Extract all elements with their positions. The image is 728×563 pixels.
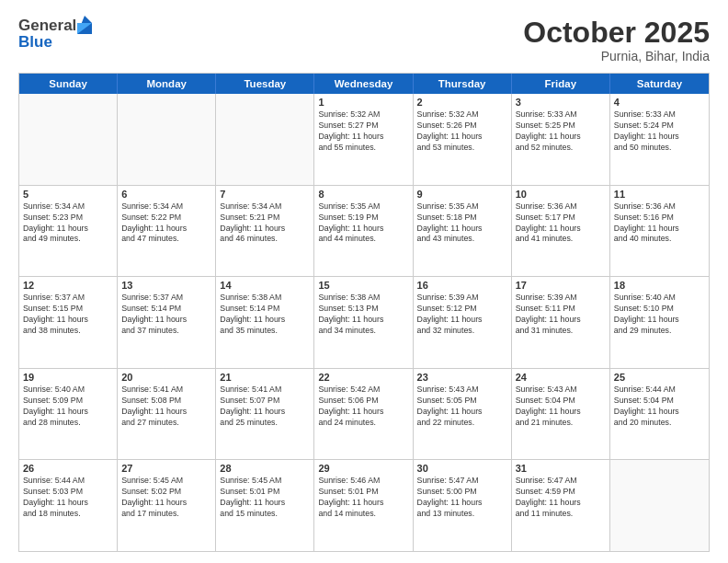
location-subtitle: Purnia, Bihar, India: [523, 49, 710, 63]
day-cell-4: 4Sunrise: 5:33 AM Sunset: 5:24 PM Daylig…: [610, 94, 709, 185]
day-number: 12: [23, 280, 113, 291]
day-number: 14: [220, 280, 310, 291]
day-cell-30: 30Sunrise: 5:47 AM Sunset: 5:00 PM Dayli…: [414, 460, 512, 551]
page: General Blue October 2025 Purnia, Bihar,…: [0, 0, 728, 563]
calendar: SundayMondayTuesdayWednesdayThursdayFrid…: [18, 73, 710, 552]
day-number: 28: [220, 463, 310, 474]
day-number: 8: [318, 189, 408, 200]
day-cell-20: 20Sunrise: 5:41 AM Sunset: 5:08 PM Dayli…: [118, 369, 216, 460]
day-cell-26: 26Sunrise: 5:44 AM Sunset: 5:03 PM Dayli…: [19, 460, 118, 551]
day-number: 18: [614, 280, 705, 291]
day-number: 3: [516, 97, 606, 108]
day-cell-5: 5Sunrise: 5:34 AM Sunset: 5:23 PM Daylig…: [19, 186, 118, 277]
day-cell-15: 15Sunrise: 5:38 AM Sunset: 5:13 PM Dayli…: [314, 277, 413, 368]
day-number: 21: [220, 372, 310, 383]
day-info: Sunrise: 5:43 AM Sunset: 5:04 PM Dayligh…: [516, 385, 606, 429]
header-day-saturday: Saturday: [610, 74, 709, 94]
header-day-sunday: Sunday: [19, 74, 118, 94]
day-cell-17: 17Sunrise: 5:39 AM Sunset: 5:11 PM Dayli…: [512, 277, 610, 368]
day-number: 11: [614, 189, 705, 200]
week-row-1: 1Sunrise: 5:32 AM Sunset: 5:27 PM Daylig…: [19, 94, 709, 186]
empty-cell: [216, 94, 314, 185]
empty-cell: [118, 94, 216, 185]
day-cell-12: 12Sunrise: 5:37 AM Sunset: 5:15 PM Dayli…: [19, 277, 118, 368]
day-info: Sunrise: 5:41 AM Sunset: 5:08 PM Dayligh…: [121, 385, 211, 429]
day-number: 31: [516, 463, 606, 474]
day-info: Sunrise: 5:44 AM Sunset: 5:03 PM Dayligh…: [23, 476, 113, 520]
day-cell-24: 24Sunrise: 5:43 AM Sunset: 5:04 PM Dayli…: [512, 369, 610, 460]
title-block: October 2025 Purnia, Bihar, India: [523, 17, 710, 63]
day-info: Sunrise: 5:33 AM Sunset: 5:25 PM Dayligh…: [516, 109, 606, 154]
day-info: Sunrise: 5:45 AM Sunset: 5:02 PM Dayligh…: [121, 476, 211, 520]
day-number: 22: [318, 372, 408, 383]
day-number: 23: [417, 372, 507, 383]
header-day-monday: Monday: [118, 74, 216, 94]
day-info: Sunrise: 5:42 AM Sunset: 5:06 PM Dayligh…: [318, 385, 408, 429]
day-number: 10: [516, 189, 606, 200]
day-number: 2: [417, 97, 507, 108]
day-info: Sunrise: 5:32 AM Sunset: 5:27 PM Dayligh…: [318, 109, 408, 154]
day-info: Sunrise: 5:46 AM Sunset: 5:01 PM Dayligh…: [318, 476, 408, 520]
empty-cell: [610, 460, 709, 551]
month-title: October 2025: [523, 17, 710, 49]
day-info: Sunrise: 5:35 AM Sunset: 5:19 PM Dayligh…: [318, 201, 408, 246]
day-number: 4: [614, 97, 705, 108]
week-row-4: 19Sunrise: 5:40 AM Sunset: 5:09 PM Dayli…: [19, 369, 709, 461]
day-info: Sunrise: 5:32 AM Sunset: 5:26 PM Dayligh…: [417, 109, 507, 154]
day-cell-22: 22Sunrise: 5:42 AM Sunset: 5:06 PM Dayli…: [314, 369, 413, 460]
day-info: Sunrise: 5:47 AM Sunset: 4:59 PM Dayligh…: [516, 476, 606, 520]
day-cell-1: 1Sunrise: 5:32 AM Sunset: 5:27 PM Daylig…: [314, 94, 413, 185]
day-cell-7: 7Sunrise: 5:34 AM Sunset: 5:21 PM Daylig…: [216, 186, 314, 277]
day-cell-28: 28Sunrise: 5:45 AM Sunset: 5:01 PM Dayli…: [216, 460, 314, 551]
day-info: Sunrise: 5:39 AM Sunset: 5:11 PM Dayligh…: [516, 293, 606, 337]
day-info: Sunrise: 5:38 AM Sunset: 5:14 PM Dayligh…: [220, 293, 310, 337]
day-info: Sunrise: 5:44 AM Sunset: 5:04 PM Dayligh…: [614, 385, 705, 429]
header-day-thursday: Thursday: [414, 74, 512, 94]
day-cell-13: 13Sunrise: 5:37 AM Sunset: 5:14 PM Dayli…: [118, 277, 216, 368]
day-info: Sunrise: 5:39 AM Sunset: 5:12 PM Dayligh…: [417, 293, 507, 337]
day-cell-6: 6Sunrise: 5:34 AM Sunset: 5:22 PM Daylig…: [118, 186, 216, 277]
day-cell-3: 3Sunrise: 5:33 AM Sunset: 5:25 PM Daylig…: [512, 94, 610, 185]
day-number: 26: [23, 463, 113, 474]
day-cell-10: 10Sunrise: 5:36 AM Sunset: 5:17 PM Dayli…: [512, 186, 610, 277]
day-number: 17: [516, 280, 606, 291]
day-info: Sunrise: 5:37 AM Sunset: 5:14 PM Dayligh…: [121, 293, 211, 337]
day-number: 20: [121, 372, 211, 383]
empty-cell: [19, 94, 118, 185]
logo-general-text: General: [18, 17, 76, 35]
day-cell-9: 9Sunrise: 5:35 AM Sunset: 5:18 PM Daylig…: [414, 186, 512, 277]
day-number: 30: [417, 463, 507, 474]
day-cell-27: 27Sunrise: 5:45 AM Sunset: 5:02 PM Dayli…: [118, 460, 216, 551]
day-cell-8: 8Sunrise: 5:35 AM Sunset: 5:19 PM Daylig…: [314, 186, 413, 277]
day-number: 16: [417, 280, 507, 291]
day-cell-21: 21Sunrise: 5:41 AM Sunset: 5:07 PM Dayli…: [216, 369, 314, 460]
day-number: 29: [318, 463, 408, 474]
day-cell-11: 11Sunrise: 5:36 AM Sunset: 5:16 PM Dayli…: [610, 186, 709, 277]
day-number: 6: [121, 189, 211, 200]
day-number: 7: [220, 189, 310, 200]
day-cell-2: 2Sunrise: 5:32 AM Sunset: 5:26 PM Daylig…: [414, 94, 512, 185]
day-number: 24: [516, 372, 606, 383]
day-info: Sunrise: 5:34 AM Sunset: 5:21 PM Dayligh…: [220, 201, 310, 246]
day-info: Sunrise: 5:35 AM Sunset: 5:18 PM Dayligh…: [417, 201, 507, 246]
day-number: 5: [23, 189, 113, 200]
day-info: Sunrise: 5:43 AM Sunset: 5:05 PM Dayligh…: [417, 385, 507, 429]
day-cell-14: 14Sunrise: 5:38 AM Sunset: 5:14 PM Dayli…: [216, 277, 314, 368]
day-cell-18: 18Sunrise: 5:40 AM Sunset: 5:10 PM Dayli…: [610, 277, 709, 368]
day-info: Sunrise: 5:37 AM Sunset: 5:15 PM Dayligh…: [23, 293, 113, 337]
day-info: Sunrise: 5:36 AM Sunset: 5:16 PM Dayligh…: [614, 201, 705, 246]
header: General Blue October 2025 Purnia, Bihar,…: [18, 17, 710, 63]
day-info: Sunrise: 5:38 AM Sunset: 5:13 PM Dayligh…: [318, 293, 408, 337]
day-number: 13: [121, 280, 211, 291]
day-number: 25: [614, 372, 705, 383]
day-info: Sunrise: 5:40 AM Sunset: 5:09 PM Dayligh…: [23, 385, 113, 429]
day-cell-19: 19Sunrise: 5:40 AM Sunset: 5:09 PM Dayli…: [19, 369, 118, 460]
logo: General Blue: [18, 17, 92, 52]
day-number: 15: [318, 280, 408, 291]
day-info: Sunrise: 5:34 AM Sunset: 5:22 PM Dayligh…: [121, 201, 211, 246]
day-cell-16: 16Sunrise: 5:39 AM Sunset: 5:12 PM Dayli…: [414, 277, 512, 368]
day-info: Sunrise: 5:34 AM Sunset: 5:23 PM Dayligh…: [23, 201, 113, 246]
calendar-header: SundayMondayTuesdayWednesdayThursdayFrid…: [19, 74, 709, 94]
header-day-wednesday: Wednesday: [314, 74, 413, 94]
day-info: Sunrise: 5:47 AM Sunset: 5:00 PM Dayligh…: [417, 476, 507, 520]
